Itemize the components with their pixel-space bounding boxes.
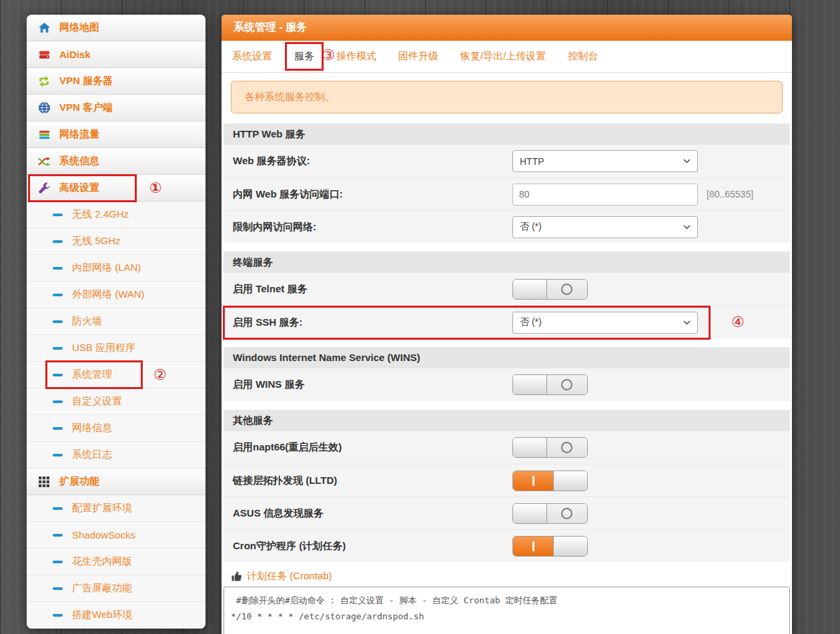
sidebar-item-sysadmin[interactable]: 系统管理②	[27, 362, 205, 388]
field-control	[512, 503, 588, 524]
page-title: 系统管理 - 服务	[222, 15, 792, 41]
globe-icon	[37, 101, 51, 115]
dash-icon	[52, 555, 63, 569]
wins-toggle[interactable]	[512, 374, 588, 395]
napt66-toggle[interactable]	[512, 437, 588, 458]
shuffle-icon	[37, 155, 51, 168]
sidebar-item-wan[interactable]: 外部网络 (WAN)	[27, 282, 205, 308]
dash-icon	[52, 448, 63, 462]
sidebar-item-shadowsocks[interactable]: ShadowSocks	[27, 522, 205, 549]
lltd-toggle[interactable]	[512, 470, 588, 491]
sidebar-item-label: 无线 5GHz	[72, 235, 121, 248]
sidebar-item-wireless-24g[interactable]: 无线 2.4GHz	[27, 202, 205, 228]
sidebar-item-extensions[interactable]: 扩展功能	[27, 468, 205, 495]
web-protocol-select[interactable]: HTTP	[512, 150, 698, 172]
field-control: HTTP	[512, 150, 698, 172]
tab-label: 操作模式	[336, 50, 376, 61]
form-row-ssh: 启用 SSH 服务:否 (*)④	[224, 306, 790, 338]
asus-discovery-toggle[interactable]	[512, 503, 588, 524]
annotation-number: ④	[731, 315, 745, 330]
sidebar-item-vpn-server[interactable]: VPN 服务器	[27, 68, 205, 95]
sidebar-item-traffic[interactable]: 网络流量	[27, 121, 205, 148]
field-control	[512, 470, 588, 491]
sidebar-item-label: VPN 客户端	[59, 101, 113, 114]
sidebar-item-network-map[interactable]: 网络地图	[27, 15, 205, 41]
sidebar-item-adblock[interactable]: 广告屏蔽功能	[27, 575, 205, 602]
sidebar-item-advanced[interactable]: 高级设置①	[27, 175, 205, 202]
form-row-web-port: 内网 Web 服务访问端口:[80..65535]	[224, 178, 790, 210]
field-label: 启用 Telnet 服务	[224, 283, 512, 296]
sidebar-item-label: 扩展功能	[59, 475, 99, 488]
ssh-select[interactable]: 否 (*)	[512, 312, 698, 334]
dash-icon	[52, 315, 63, 328]
tab-firmware-upgrade[interactable]: 固件升级	[398, 50, 438, 63]
sidebar-item-ext-env[interactable]: 配置扩展环境	[27, 495, 205, 522]
sidebar-item-custom-set[interactable]: 自定义设置	[27, 388, 205, 415]
sidebar-item-firewall[interactable]: 防火墙	[27, 308, 205, 335]
field-range-hint: [80..65535]	[707, 189, 753, 200]
dash-icon	[52, 609, 63, 622]
desktop: { "header": { "title": "系统管理 - 服务" }, "s…	[0, 0, 840, 634]
tab-label: 控制台	[568, 50, 598, 61]
sidebar-item-syslog[interactable]: 系统日志	[27, 442, 205, 468]
sidebar-item-label: 网络信息	[72, 422, 112, 434]
form-section: Windows Internet Name Service (WINS)启用 W…	[224, 347, 790, 401]
sidebar-item-lan[interactable]: 内部网络 (LAN)	[27, 255, 205, 282]
toggle-off-mark	[547, 504, 587, 523]
form-row-lltd: 链接层拓扑发现 (LLTD)	[224, 464, 790, 497]
select-value: 否 (*)	[520, 316, 542, 328]
sidebar-item-label: 系统信息	[59, 155, 99, 168]
crontab-label: 计划任务 (Crontab)	[247, 570, 332, 583]
sidebar-item-label: 自定义设置	[72, 395, 122, 408]
sidebar-item-wireless-5g[interactable]: 无线 5GHz	[27, 228, 205, 255]
field-control: 否 (*)	[512, 312, 698, 334]
form-row-wins: 启用 WINS 服务	[224, 368, 790, 401]
annotation-number: ③	[322, 48, 335, 63]
sidebar-item-label: ShadowSocks	[72, 529, 135, 541]
field-label: Cron守护程序 (计划任务)	[224, 540, 512, 553]
web-port-input[interactable]	[512, 184, 698, 206]
sidebar-item-label: 网络流量	[59, 128, 99, 141]
sidebar-item-usb-app[interactable]: USB 应用程序	[27, 335, 205, 362]
dash-icon	[52, 208, 63, 222]
sidebar-item-label: 配置扩展环境	[72, 502, 132, 515]
tab-console[interactable]: 控制台	[568, 50, 598, 63]
sidebar-item-label: 高级设置	[59, 182, 99, 194]
crond-toggle[interactable]	[512, 536, 588, 557]
telnet-toggle[interactable]	[512, 279, 588, 300]
lan-restrict-select[interactable]: 否 (*)	[512, 216, 698, 238]
sidebar-item-label: 网络地图	[59, 21, 99, 34]
dash-icon	[52, 368, 63, 382]
sidebar-item-label: 无线 2.4GHz	[72, 208, 129, 221]
sidebar-item-peanut-shell[interactable]: 花生壳内网版	[27, 549, 205, 575]
tab-system-settings[interactable]: 系统设置	[232, 50, 272, 63]
toggle-on-mark	[513, 471, 553, 491]
tab-restore-export[interactable]: 恢复/导出/上传设置	[460, 50, 546, 63]
thumbs-up-icon	[231, 571, 242, 582]
tab-operation-mode[interactable]: 操作模式	[336, 50, 376, 63]
tab-services[interactable]: 服务③	[294, 50, 314, 63]
dash-icon	[52, 422, 63, 435]
field-control	[512, 184, 698, 206]
field-label: 启用 WINS 服务	[224, 378, 512, 391]
sidebar-item-label: 广告屏蔽功能	[72, 582, 132, 595]
form-row-napt66: 启用napt66(重启后生效)	[224, 431, 790, 464]
form-row-crond: Cron守护程序 (计划任务)	[224, 529, 790, 562]
sidebar-item-sysinfo[interactable]: 系统信息	[27, 148, 205, 175]
sidebar-item-web-env[interactable]: 搭建Web环境	[27, 602, 205, 629]
dash-icon	[52, 502, 63, 515]
field-label: 启用 SSH 服务:	[224, 316, 512, 329]
sidebar-item-aidisk[interactable]: AiDisk	[27, 41, 205, 68]
sidebar: 网络地图AiDiskVPN 服务器VPN 客户端网络流量系统信息高级设置①无线 …	[27, 15, 205, 629]
toggle-handle	[553, 537, 587, 556]
tab-label: 系统设置	[232, 50, 272, 61]
main-panel: 系统管理 - 服务 系统设置服务③操作模式固件升级恢复/导出/上传设置控制台 各…	[222, 15, 792, 634]
crontab-textarea[interactable]: #删除开头的#启动命令 : 自定义设置 - 脚本 - 自定义 Crontab 定…	[224, 587, 790, 634]
tab-bar: 系统设置服务③操作模式固件升级恢复/导出/上传设置控制台	[222, 41, 792, 73]
field-control	[512, 536, 588, 557]
sidebar-item-label: 外部网络 (WAN)	[72, 288, 145, 301]
sidebar-item-vpn-client[interactable]: VPN 客户端	[27, 95, 205, 121]
sidebar-item-network-info[interactable]: 网络信息	[27, 415, 205, 442]
dash-icon	[52, 342, 63, 355]
annotation-number: ②	[153, 368, 167, 382]
